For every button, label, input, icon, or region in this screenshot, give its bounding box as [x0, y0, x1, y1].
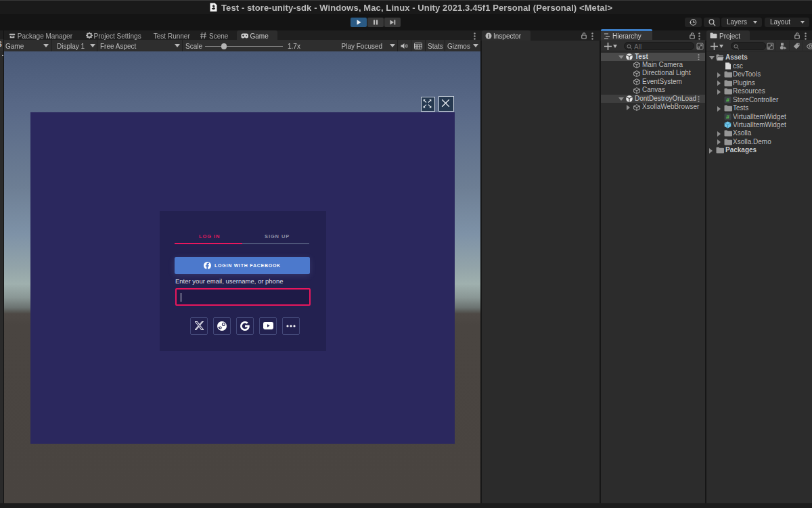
svg-text:#: # [726, 97, 729, 103]
svg-text:#: # [726, 114, 729, 120]
